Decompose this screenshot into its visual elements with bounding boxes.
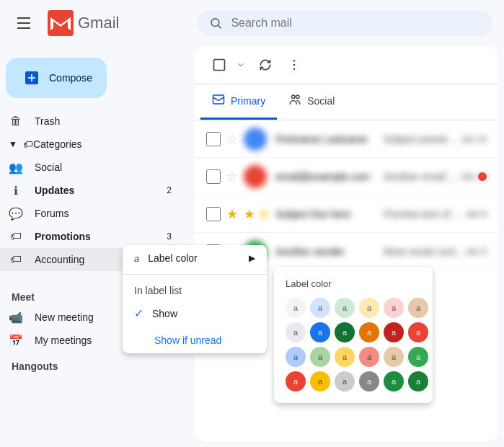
color-dot-13[interactable]: a: [310, 347, 330, 367]
star-icon[interactable]: ☆: [226, 169, 238, 185]
email-date: Jan 8: [466, 209, 487, 219]
sidebar-item-trash[interactable]: 🗑 Trash: [0, 110, 183, 133]
check-icon: ✓: [134, 306, 143, 320]
gmail-logo: Gmail: [48, 10, 119, 36]
star-icon[interactable]: ☆: [226, 131, 238, 147]
svg-rect-7: [213, 95, 224, 104]
sidebar-updates-label: Updates: [35, 185, 167, 196]
color-dot-2[interactable]: a: [335, 298, 355, 318]
sender-name: Subject line here: [275, 208, 384, 220]
promotions-badge: 3: [167, 231, 172, 242]
email-checkbox[interactable]: [206, 207, 221, 221]
people-icon: [288, 93, 301, 109]
color-grid: aaaaaaaaaaaaaaaaaaaaaaaa: [286, 298, 421, 391]
checkbox-icon: [212, 58, 226, 72]
color-dot-16[interactable]: a: [384, 347, 404, 367]
color-dot-11[interactable]: a: [408, 322, 428, 342]
show-menu-item[interactable]: ✓ Show: [123, 299, 267, 327]
refresh-button[interactable]: [252, 52, 278, 78]
svg-line-2: [218, 25, 221, 28]
select-all-checkbox-button[interactable]: [206, 52, 232, 78]
color-dot-9[interactable]: a: [359, 322, 379, 342]
color-dot-3[interactable]: a: [359, 298, 379, 318]
email-row[interactable]: ☆ email@example.com Another email subjec…: [195, 158, 498, 195]
compose-plus-icon: [23, 69, 40, 87]
forums-icon: 💬: [9, 206, 23, 221]
sidebar-social-label: Social: [35, 161, 172, 173]
color-dot-18[interactable]: a: [286, 371, 306, 391]
show-if-unread-menu-item[interactable]: Show if unread: [123, 327, 267, 353]
svg-rect-3: [214, 60, 225, 71]
email-date: Jan 14: [461, 134, 487, 144]
star2-icon[interactable]: ★: [244, 206, 255, 222]
sender-name: Firstname Lastname: [275, 133, 384, 145]
email-row[interactable]: ☆ Firstname Lastname Subject preview tex…: [195, 120, 498, 158]
label-color-letter: a: [134, 253, 139, 264]
promotions-icon: 🏷: [9, 229, 23, 244]
show-if-unread-label: Show if unread: [154, 335, 221, 346]
updates-icon: ℹ: [9, 183, 23, 198]
select-dropdown-button[interactable]: [232, 52, 249, 78]
in-label-list-label: In label list: [134, 285, 182, 296]
categories-icon: 🏷: [23, 138, 33, 150]
color-dot-8[interactable]: a: [335, 322, 355, 342]
tab-primary[interactable]: Primary: [200, 84, 277, 120]
more-options-button[interactable]: [281, 52, 307, 78]
color-dot-4[interactable]: a: [384, 298, 404, 318]
color-dot-5[interactable]: a: [408, 298, 428, 318]
hamburger-menu-icon[interactable]: [12, 12, 36, 35]
email-checkbox[interactable]: [206, 132, 221, 146]
menu-divider: [123, 274, 267, 275]
color-dot-10[interactable]: a: [384, 322, 404, 342]
sidebar-item-social[interactable]: 👥 Social: [0, 156, 183, 179]
email-subject: Preview text of email content shown here: [384, 208, 466, 220]
sidebar-item-categories[interactable]: ▼ 🏷 Categories: [0, 133, 183, 156]
email-subject: Another email subject preview text: [384, 171, 461, 182]
updates-badge: 2: [167, 185, 172, 195]
refresh-icon: [258, 58, 273, 72]
color-dot-22[interactable]: a: [384, 371, 404, 391]
color-dot-12[interactable]: a: [286, 347, 306, 367]
sidebar-item-forums[interactable]: 💬 Forums: [0, 202, 183, 225]
color-dot-17[interactable]: a: [408, 347, 428, 367]
color-dot-23[interactable]: a: [408, 371, 428, 391]
avatar: [261, 211, 267, 217]
sidebar-promotions-label: Promotions: [35, 231, 167, 242]
svg-point-9: [296, 95, 300, 99]
color-dot-14[interactable]: a: [335, 347, 355, 367]
sidebar-categories-label: Categories: [33, 138, 82, 150]
svg-point-5: [293, 64, 296, 66]
avatar: [244, 165, 267, 188]
email-subject: Subject preview text here blurred conten…: [384, 133, 461, 145]
tab-social[interactable]: Social: [277, 84, 346, 120]
color-dot-0[interactable]: a: [286, 298, 306, 318]
star-icon[interactable]: ★: [226, 206, 238, 222]
color-dot-7[interactable]: a: [310, 322, 330, 342]
email-row[interactable]: ★ ★ Subject line here Preview text of em…: [195, 195, 498, 233]
color-dot-19[interactable]: a: [310, 371, 330, 391]
label-color-popup: Label color aaaaaaaaaaaaaaaaaaaaaaaa: [274, 267, 433, 403]
svg-point-6: [293, 68, 296, 71]
calendar-icon: 📅: [9, 333, 23, 348]
label-color-popup-title: Label color: [286, 278, 421, 289]
search-input[interactable]: [231, 17, 481, 30]
social-icon: 👥: [9, 160, 23, 174]
color-dot-21[interactable]: a: [359, 371, 379, 391]
color-dot-6[interactable]: a: [286, 322, 306, 342]
svg-point-4: [293, 60, 296, 62]
trash-icon: 🗑: [9, 114, 23, 128]
color-dot-20[interactable]: a: [335, 371, 355, 391]
avatar: [244, 128, 267, 151]
gmail-label: Gmail: [78, 14, 119, 32]
color-dot-1[interactable]: a: [310, 298, 330, 318]
toolbar: [195, 46, 498, 84]
email-checkbox[interactable]: [206, 169, 221, 184]
search-bar[interactable]: [198, 10, 492, 36]
label-color-menu-item[interactable]: a Label color ▶: [123, 245, 267, 271]
sidebar-forums-label: Forums: [35, 208, 172, 219]
tabs: Primary Social: [195, 84, 498, 120]
color-dot-15[interactable]: a: [359, 347, 379, 367]
compose-button[interactable]: Compose: [6, 58, 107, 98]
sidebar-item-updates[interactable]: ℹ Updates 2: [0, 179, 183, 202]
sender-name: Another sender: [275, 246, 384, 257]
